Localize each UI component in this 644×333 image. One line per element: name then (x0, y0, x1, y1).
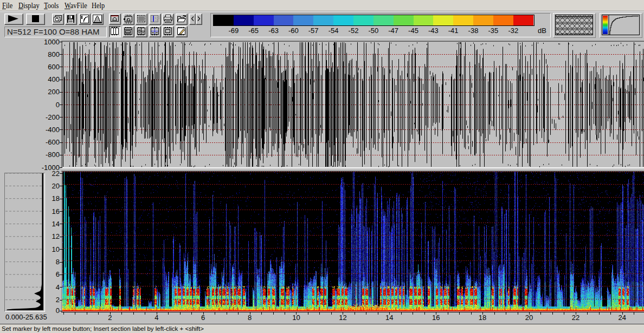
svg-text:S: S (154, 16, 158, 22)
